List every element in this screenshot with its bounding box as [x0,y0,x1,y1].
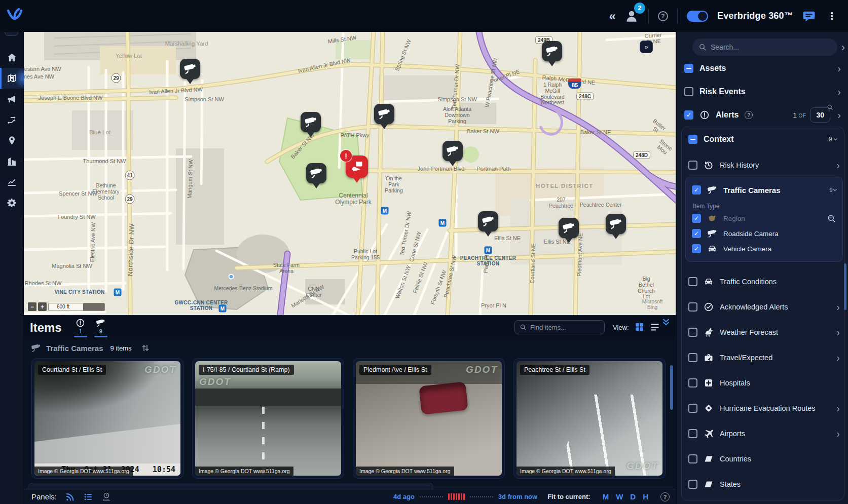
list-panel-icon[interactable] [83,492,93,502]
layer-checkbox[interactable] [692,244,701,253]
layer-row-traffic-cameras[interactable]: Traffic Cameras 9› [689,181,839,199]
find-items-search[interactable] [514,320,605,334]
search-input[interactable] [711,43,831,51]
layer-row-roadside-camera[interactable]: Roadside Camera [689,226,839,241]
camera-card-i-75-i-85-courtland-st-ramp[interactable]: I-75/I-85 / Courtland St (Ramp) GDOT Ima… [192,358,344,479]
layer-checkbox[interactable] [688,161,697,170]
timeline-ticks[interactable] [448,493,465,500]
rail-item-settings[interactable] [0,192,24,213]
layer-checkbox[interactable] [688,302,697,312]
rail-item-facilities[interactable] [0,151,24,172]
chevron-right-icon[interactable]: › [837,87,841,97]
help-icon[interactable]: ? [658,11,668,21]
items-tab-1[interactable]: 9 [93,318,108,337]
layer-row-traffic-conditions[interactable]: Traffic Conditions [685,272,843,291]
camera-card-piedmont-ave-ellis-st[interactable]: Piedmont Ave / Ellis St GDOT Image © Geo… [353,358,505,479]
traffic-camera-marker[interactable] [559,218,579,243]
collapse-left-icon[interactable]: « [609,9,615,23]
layer-checkbox[interactable] [688,378,697,387]
traffic-camera-marker[interactable] [306,163,326,188]
zoom-out-icon[interactable] [827,214,836,223]
chevron-right-icon[interactable]: › [836,403,840,413]
layer-checkbox[interactable] [688,328,697,337]
layer-row-travel-expected[interactable]: Travel/Expected › [685,348,843,367]
layer-checkbox[interactable] [688,353,697,362]
fit-button-m[interactable]: M [603,492,609,501]
map-canvas[interactable]: Marshalling YardYellow LotMills St NWIva… [24,32,676,315]
fit-button-d[interactable]: D [630,492,636,501]
chevron-right-icon[interactable]: › [837,110,841,120]
layer-row-acknowledged-alerts[interactable]: Acknowledged Alerts › [685,297,843,317]
timeline-help-icon[interactable]: ? [660,492,670,501]
timeline-start[interactable]: 4d ago [393,493,415,500]
layer-row-vehicle-camera[interactable]: Vehicle Camera [689,241,839,256]
search-expand-chevron[interactable]: › [841,42,845,53]
risk-events-row[interactable]: Risk Events › [684,83,841,100]
layer-row-weather-forecast[interactable]: Weather Forecast › [685,323,843,342]
everbridge-360-toggle[interactable] [687,11,708,22]
chevron-right-icon[interactable]: › [836,302,840,312]
traffic-camera-marker[interactable] [443,141,463,166]
chat-icon[interactable] [802,10,816,23]
layer-checkbox[interactable] [688,429,697,438]
timeline-end[interactable]: 3d from now [498,493,537,500]
list-view-icon[interactable] [649,322,660,333]
traffic-camera-marker[interactable] [606,214,626,239]
traffic-camera-marker[interactable] [542,41,562,66]
fit-button-h[interactable]: H [643,492,648,501]
layer-checkbox[interactable] [688,454,697,463]
traffic-camera-marker[interactable] [180,59,200,84]
context-count[interactable]: 9› [829,135,837,144]
fit-button-w[interactable]: W [616,492,623,501]
chevron-right-icon[interactable]: › [837,63,841,73]
layer-row-countries[interactable]: Countries [685,449,843,469]
layer-checkbox[interactable] [688,404,697,413]
alerts-total-box[interactable]: 30 [810,107,830,123]
layer-row-states[interactable]: States [685,475,843,494]
chevron-right-icon[interactable]: › [836,429,840,439]
layer-checkbox[interactable] [692,214,701,223]
rail-item-home[interactable] [0,47,24,68]
grid-view-icon[interactable] [634,322,645,332]
context-header[interactable]: Context 9› [688,131,837,147]
layer-row-hospitals[interactable]: Hospitals [685,373,843,393]
timeline-panel-icon[interactable] [101,492,112,502]
rail-item-workflows[interactable] [0,109,24,130]
user-menu[interactable]: 2 [624,9,639,24]
chevron-right-icon[interactable]: › [836,353,840,363]
items-scrollbar[interactable] [670,365,673,410]
layer-count[interactable]: 9› [830,185,836,195]
alerts-help-icon[interactable]: ? [745,111,753,119]
risk-events-checkbox[interactable] [684,87,693,96]
layer-checkbox[interactable] [688,277,697,286]
items-tab-0[interactable]: 1 [73,318,88,337]
sidebar-search[interactable] [692,38,837,56]
alert-camera-marker[interactable]: ! [346,156,368,183]
camera-card-peachtree-st-ellis-st[interactable]: Peachtree St / Ellis St GDOT Image © Geo… [513,358,666,479]
traffic-camera-marker[interactable] [478,211,498,237]
layer-row-risk-history[interactable]: Risk History › [685,156,843,175]
traffic-cameras-group-row[interactable]: Traffic Cameras 9 items [31,343,151,353]
camera-card-courtland-st-ellis-st[interactable]: Courtland St / Ellis St GDOT Thu. Oct 31… [31,358,183,479]
feed-panel-icon[interactable] [65,492,75,502]
notification-badge[interactable]: 2 [634,3,645,14]
sort-icon[interactable] [140,343,151,353]
assets-row[interactable]: Assets › [684,60,841,77]
layer-row-airports[interactable]: Airports › [685,424,843,443]
assets-checkbox[interactable] [684,64,693,73]
alerts-row[interactable]: Alerts ? 1 OF 30 › [684,106,841,124]
rail-item-communications[interactable] [0,89,24,109]
layer-checkbox[interactable] [692,229,701,238]
context-checkbox[interactable] [688,135,697,144]
map-zoom-in-button[interactable]: + [38,302,47,311]
chevron-right-icon[interactable]: › [836,160,840,170]
alerts-checkbox[interactable] [684,110,693,120]
rail-item-reports[interactable] [0,172,24,192]
collapse-panel-icon[interactable] [660,317,672,328]
rail-item-locations[interactable] [0,130,24,151]
sidebar-scrollbar[interactable] [844,263,846,310]
layer-checkbox[interactable] [688,480,697,489]
traffic-camera-marker[interactable] [374,104,394,129]
traffic-camera-marker[interactable] [301,112,321,137]
chevron-right-icon[interactable]: › [836,327,840,337]
